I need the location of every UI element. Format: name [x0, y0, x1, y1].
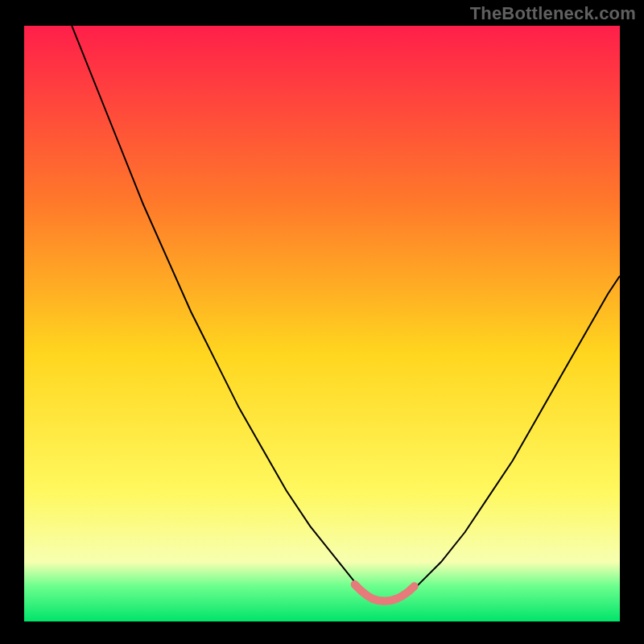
watermark-text: TheBottleneck.com [470, 3, 636, 24]
chart-svg [24, 26, 620, 621]
chart-frame: TheBottleneck.com [0, 0, 644, 644]
gradient-background [24, 26, 620, 621]
plot-area [24, 26, 620, 621]
